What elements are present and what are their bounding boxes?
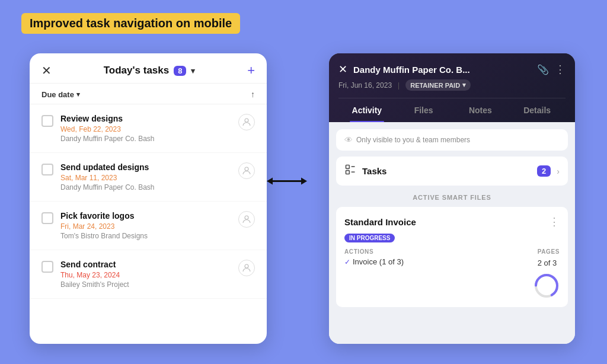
- actions-col: ACTIONS ✓ Invoice (1 of 3): [344, 248, 404, 266]
- smart-file-top: Standard Invoice ⋮: [344, 215, 560, 228]
- avatar: [238, 162, 255, 179]
- task-info: Review designs Wed, Feb 22, 2023 Dandy M…: [60, 114, 231, 143]
- task-date: Wed, Feb 22, 2023: [60, 125, 231, 133]
- task-title: Pick favorite logos: [60, 211, 231, 221]
- filter-label-text: Due date: [41, 90, 74, 99]
- in-progress-badge: IN PROGRESS: [344, 234, 395, 242]
- add-task-button[interactable]: +: [247, 64, 255, 77]
- task-date: Thu, May 23, 2024: [60, 271, 231, 279]
- paperclip-icon[interactable]: 📎: [537, 64, 549, 75]
- svg-point-1: [245, 167, 248, 171]
- task-project: Dandy Muffin Paper Co. Bash: [60, 135, 231, 143]
- avatar: [238, 211, 255, 228]
- tab-activity[interactable]: Activity: [338, 98, 395, 122]
- headline-badge: Improved task navigation on mobile: [21, 13, 240, 34]
- svg-rect-7: [346, 165, 350, 169]
- pages-col: PAGES 2 of 3: [538, 248, 560, 268]
- task-info: Send updated designs Sat, Mar 11, 2023 D…: [60, 162, 231, 191]
- avatar: [238, 260, 255, 276]
- task-title: Send updated designs: [60, 162, 231, 172]
- task-count-badge: 8: [174, 66, 186, 76]
- task-date: Sat, Mar 11, 2023: [60, 174, 231, 182]
- pages-value: 2 of 3: [538, 258, 557, 267]
- visibility-text: Only visible to you & team members: [356, 136, 470, 144]
- svg-marker-5: [267, 178, 273, 185]
- tasks-label: Tasks: [362, 166, 531, 176]
- task-item[interactable]: Send contract Thu, May 23, 2024 Bailey S…: [30, 250, 267, 299]
- avatar: [238, 114, 255, 130]
- tasks-row[interactable]: Tasks 2 ›: [336, 157, 568, 186]
- smart-file-actions: ACTIONS ✓ Invoice (1 of 3) PAGES 2 of 3: [344, 248, 560, 299]
- retainer-label: RETAINER PAID: [410, 82, 460, 89]
- visibility-notice: 👁 Only visible to you & team members: [336, 129, 568, 151]
- task-checkbox[interactable]: [41, 261, 53, 273]
- right-panel: ✕ Dandy Muffin Paper Co. B... 📎 ⋮ Fri, J…: [329, 53, 575, 344]
- arrow-connector: [267, 171, 307, 193]
- task-info: Pick favorite logos Fri, Mar 24, 2023 To…: [60, 211, 231, 240]
- tab-notes-label: Notes: [469, 106, 492, 115]
- check-icon: ✓: [344, 258, 350, 266]
- task-project: Tom's Bistro Brand Designs: [60, 232, 231, 240]
- panel-title: Today's tasks: [104, 65, 170, 76]
- task-checkbox[interactable]: [41, 212, 53, 224]
- invoice-text: Invoice (1 of 3): [353, 257, 404, 266]
- tab-activity-label: Activity: [352, 106, 382, 115]
- tab-details[interactable]: Details: [509, 98, 566, 122]
- pages-label: PAGES: [538, 248, 560, 255]
- task-info: Send contract Thu, May 23, 2024 Bailey S…: [60, 260, 231, 289]
- smart-file-more-icon[interactable]: ⋮: [549, 215, 560, 228]
- left-panel: ✕ Today's tasks 8 ▾ + Due date ▾ ↑ Revie…: [30, 53, 267, 344]
- section-label: ACTIVE SMART FILES: [336, 194, 568, 201]
- chevron-down-icon: ▾: [462, 81, 466, 89]
- eye-off-icon: 👁: [344, 135, 353, 145]
- task-title: Send contract: [60, 260, 231, 269]
- task-item[interactable]: Pick favorite logos Fri, Mar 24, 2023 To…: [30, 202, 267, 250]
- right-header-top: ✕ Dandy Muffin Paper Co. B... 📎 ⋮: [338, 63, 566, 76]
- svg-point-2: [245, 216, 248, 219]
- sort-up-icon: ↑: [251, 90, 255, 99]
- project-title: Dandy Muffin Paper Co. B...: [353, 65, 531, 75]
- actions-label: ACTIONS: [344, 248, 404, 255]
- task-title: Review designs: [60, 114, 231, 123]
- progress-circle: [533, 273, 560, 299]
- close-button[interactable]: ✕: [338, 63, 347, 76]
- close-button[interactable]: ✕: [41, 65, 52, 76]
- tasks-icon: [344, 164, 356, 178]
- right-body: 👁 Only visible to you & team members Tas…: [329, 122, 575, 344]
- separator: |: [398, 81, 400, 90]
- chevron-down-icon: ▾: [76, 91, 80, 98]
- sort-icons[interactable]: ↑: [251, 90, 255, 99]
- right-header-sub: Fri, Jun 16, 2023 | RETAINER PAID ▾: [338, 79, 566, 98]
- task-project: Dandy Muffin Paper Co. Bash: [60, 183, 231, 191]
- filter-bar: Due date ▾ ↑: [30, 84, 267, 104]
- svg-marker-6: [301, 178, 307, 185]
- svg-rect-8: [346, 171, 350, 174]
- invoice-line: ✓ Invoice (1 of 3): [344, 257, 404, 266]
- right-header: ✕ Dandy Muffin Paper Co. B... 📎 ⋮ Fri, J…: [329, 53, 575, 122]
- chevron-right-icon: ›: [557, 167, 560, 176]
- svg-point-3: [245, 264, 248, 268]
- panel-header-center: Today's tasks 8 ▾: [104, 65, 196, 76]
- task-project: Bailey Smith's Project: [60, 280, 231, 289]
- task-checkbox[interactable]: [41, 164, 53, 175]
- tasks-count-badge: 2: [537, 165, 551, 177]
- svg-point-0: [245, 119, 248, 122]
- task-item[interactable]: Review designs Wed, Feb 22, 2023 Dandy M…: [30, 104, 267, 153]
- project-date: Fri, Jun 16, 2023: [338, 81, 392, 90]
- panel-header: ✕ Today's tasks 8 ▾ +: [30, 53, 267, 84]
- retainer-badge[interactable]: RETAINER PAID ▾: [405, 79, 471, 91]
- tab-files[interactable]: Files: [395, 98, 452, 122]
- tab-files-label: Files: [414, 106, 433, 115]
- smart-file-card: Standard Invoice ⋮ IN PROGRESS ACTIONS ✓…: [336, 207, 568, 307]
- tab-details-label: Details: [523, 106, 551, 115]
- task-list: Review designs Wed, Feb 22, 2023 Dandy M…: [30, 104, 267, 344]
- right-tabs: Activity Files Notes Details: [338, 98, 566, 122]
- filter-due-date[interactable]: Due date ▾: [41, 90, 80, 99]
- smart-file-name: Standard Invoice: [344, 217, 416, 227]
- task-date: Fri, Mar 24, 2023: [60, 222, 231, 231]
- task-item[interactable]: Send updated designs Sat, Mar 11, 2023 D…: [30, 153, 267, 202]
- chevron-down-icon: ▾: [191, 66, 195, 75]
- more-options-icon[interactable]: ⋮: [555, 63, 566, 76]
- task-checkbox[interactable]: [41, 115, 53, 127]
- tab-notes[interactable]: Notes: [452, 98, 509, 122]
